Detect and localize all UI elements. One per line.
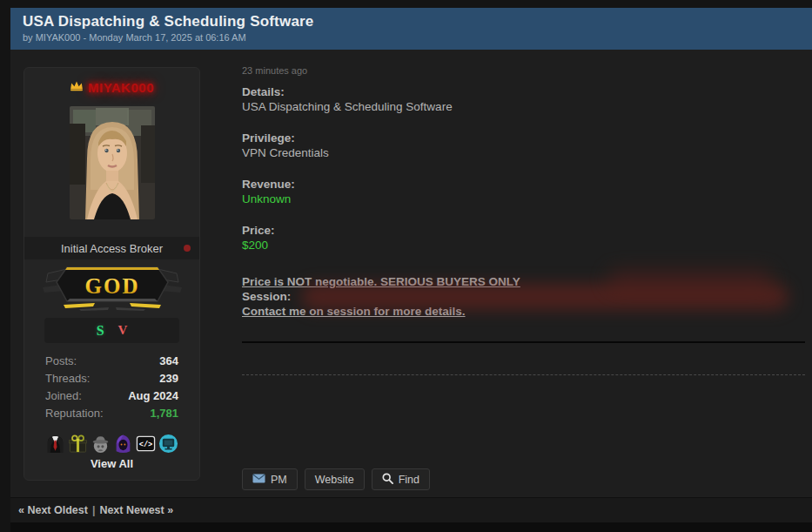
stat-threads: Threads: 239 (45, 369, 178, 387)
next-newest-link[interactable]: Next Newest » (99, 504, 173, 516)
field-privilege: Privilege: VPN Credentials (242, 131, 805, 160)
post-action-buttons: PM Website Find (242, 468, 805, 490)
thread-header: USA Dispatching & Scheduling Software by… (10, 8, 812, 50)
vouch-indicator-box: S V (44, 318, 179, 343)
find-button[interactable]: Find (372, 468, 430, 490)
search-icon (382, 473, 393, 487)
view-all-link[interactable]: View All (24, 457, 199, 470)
privilege-label: Privilege: (242, 131, 805, 145)
suit-avatar-icon[interactable] (45, 434, 65, 454)
privilege-value: VPN Credentials (242, 145, 805, 160)
thread-title: USA Dispatching & Scheduling Software (23, 13, 800, 30)
pm-button[interactable]: PM (242, 468, 298, 490)
price-notice: Price is NOT negotiable. SERIOUS BUYERS … (242, 274, 805, 289)
next-oldest-link[interactable]: « Next Oldest (18, 504, 88, 516)
svg-text:</>: </> (139, 441, 153, 449)
stat-reputation: Reputation: 1,781 (45, 404, 178, 421)
offline-status-dot (184, 245, 191, 252)
price-value: $200 (242, 238, 805, 253)
page-bottom-strip (10, 522, 812, 532)
thread-subtitle: by MIYAK000 - Monday March 17, 2025 at 0… (23, 32, 800, 43)
vouch-icon: V (118, 323, 128, 338)
website-button[interactable]: Website (305, 468, 365, 490)
field-details: Details: USA Dispatching & Scheduling So… (242, 84, 805, 114)
envelope-icon (252, 474, 265, 486)
user-title-strip: Initial Access Broker (24, 237, 199, 259)
details-label: Details: (242, 84, 805, 99)
author-username-link[interactable]: MIYAK000 (24, 79, 199, 95)
session-label: Session: (242, 290, 291, 303)
spy-icon[interactable] (91, 434, 111, 454)
god-rank-banner-icon: GOD (41, 265, 184, 312)
field-revenue: Revenue: Unknown (242, 177, 805, 206)
thread-footer-nav: « Next Oldest | Next Newest » (10, 497, 812, 522)
footer-divider: | (92, 504, 96, 516)
post-separator-solid (242, 341, 805, 343)
author-username[interactable]: MIYAK000 (88, 80, 154, 95)
hooded-figure-icon[interactable] (113, 434, 133, 454)
author-profile-card: MIYAK000 (23, 67, 200, 481)
scammer-free-icon: S (97, 323, 104, 339)
thread-content: MIYAK000 (10, 50, 812, 490)
code-tag-icon[interactable]: </> (136, 434, 156, 454)
stat-posts: Posts: 364 (45, 352, 178, 369)
gift-icon[interactable] (68, 434, 88, 454)
award-badges-row: </> (24, 434, 199, 454)
computer-monitor-icon[interactable] (158, 434, 178, 454)
post-timestamp: 23 minutes ago (242, 65, 805, 76)
details-value: USA Dispatching & Scheduling Software (242, 99, 805, 114)
forum-page: USA Dispatching & Scheduling Software by… (10, 8, 812, 532)
contact-line: Contact me on session for more details. (242, 304, 805, 319)
stat-joined: Joined: Aug 2024 (45, 387, 178, 404)
field-price: Price: $200 (242, 223, 805, 253)
crown-icon (70, 79, 84, 95)
notice-block: Price is NOT negotiable. SERIOUS BUYERS … (242, 274, 805, 319)
user-title: Initial Access Broker (61, 242, 163, 255)
author-avatar[interactable] (24, 106, 199, 219)
svg-text:GOD: GOD (84, 274, 139, 298)
avatar-image (70, 106, 155, 219)
revenue-label: Revenue: (242, 177, 805, 192)
user-stats: Posts: 364 Threads: 239 Joined: Aug 2024… (24, 352, 199, 421)
post-separator-dashed (242, 374, 805, 375)
rank-badge: GOD (24, 265, 199, 312)
price-label: Price: (242, 223, 805, 238)
session-line: Session: (242, 289, 805, 304)
revenue-value: Unknown (242, 192, 805, 206)
post-column: 23 minutes ago Details: USA Dispatching … (242, 65, 812, 490)
post-body: Details: USA Dispatching & Scheduling So… (242, 84, 805, 490)
